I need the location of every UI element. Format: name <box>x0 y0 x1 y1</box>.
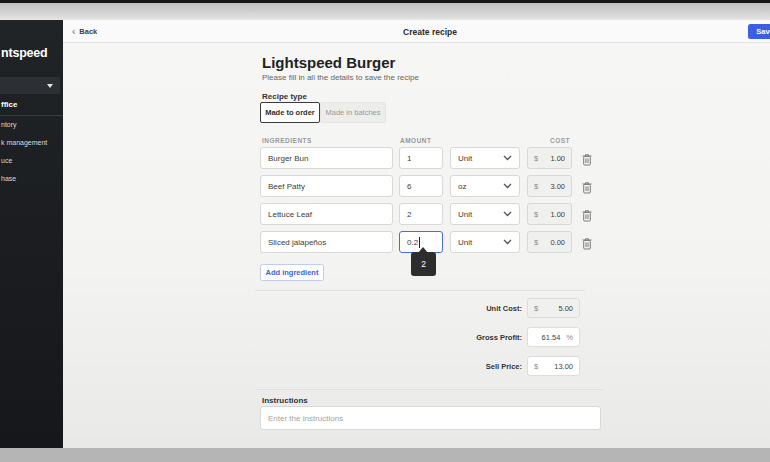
video-bottom-strip <box>0 448 770 462</box>
screen: ntspeed ffice ntory k management uce has… <box>0 0 770 462</box>
main-content: Lightspeed Burger Please fill in all the… <box>63 43 770 448</box>
col-header-amount: AMOUNT <box>400 137 432 144</box>
instructions-input[interactable] <box>268 407 600 429</box>
ingredient-name-input[interactable]: Lettuce Leaf <box>260 203 393 225</box>
text-cursor <box>419 237 420 248</box>
currency-symbol: $ <box>534 154 538 163</box>
unit-select[interactable]: oz <box>450 175 520 197</box>
chevron-left-icon: ‹ <box>72 27 75 37</box>
cost-value: 0.00 <box>550 238 565 247</box>
unit-select[interactable]: Unit <box>450 203 520 225</box>
video-chrome-band <box>0 3 770 20</box>
sidebar-item-purchase[interactable]: hase <box>1 175 16 182</box>
back-button[interactable]: ‹ Back <box>72 25 97 38</box>
unit-value: Unit <box>458 238 472 247</box>
percent-symbol: % <box>566 333 573 342</box>
instructions-input-wrap <box>260 406 601 430</box>
currency-symbol: $ <box>534 238 538 247</box>
toggle-made-in-batches[interactable]: Made in batches <box>320 102 386 123</box>
sidebar-section-back-office[interactable]: ffice <box>1 100 17 109</box>
unit-value: Unit <box>458 210 472 219</box>
sell-price-field[interactable]: $ 13.00 <box>527 356 580 376</box>
section-divider <box>255 290 585 291</box>
trash-icon[interactable] <box>581 236 593 249</box>
save-button[interactable]: Save <box>748 24 770 39</box>
section-divider <box>255 389 603 390</box>
sidebar-item-inventory[interactable]: ntory <box>1 121 17 128</box>
ingredient-name-input[interactable]: Sliced jalapeños <box>260 231 393 253</box>
ingredient-amount-input[interactable]: 1 <box>399 147 443 169</box>
currency-symbol: $ <box>534 210 538 219</box>
recipe-name-title: Lightspeed Burger <box>262 54 395 71</box>
ingredient-name-input[interactable]: Burger Bun <box>260 147 393 169</box>
chevron-down-icon <box>503 155 512 161</box>
sidebar-divider <box>0 115 63 116</box>
instructions-label: Instructions <box>262 396 308 405</box>
col-header-cost: COST <box>540 137 570 144</box>
chevron-down-icon <box>503 239 512 245</box>
ingredient-name-input[interactable]: Beef Patty <box>260 175 393 197</box>
toggle-made-to-order[interactable]: Made to order <box>260 102 320 123</box>
ingredient-amount-input[interactable]: 6 <box>399 175 443 197</box>
gross-profit-value: 61.54 <box>542 333 561 342</box>
cost-field: $ 1.00 <box>527 147 572 169</box>
chevron-down-icon <box>503 183 512 189</box>
location-selector[interactable] <box>0 77 60 94</box>
unit-cost-label: Unit Cost: <box>400 304 522 313</box>
sidebar: ntspeed ffice ntory k management uce has… <box>0 20 63 448</box>
lightspeed-logo: ntspeed <box>1 46 48 60</box>
currency-symbol: $ <box>534 182 538 191</box>
gross-profit-label: Gross Profit: <box>400 333 522 342</box>
cost-field: $ 1.00 <box>527 203 572 225</box>
unit-value: oz <box>458 182 466 191</box>
add-ingredient-button[interactable]: Add ingredient <box>260 264 324 281</box>
unit-cost-field: $ 5.00 <box>527 298 580 318</box>
unit-value: Unit <box>458 154 472 163</box>
chevron-down-icon <box>503 211 512 217</box>
unit-select[interactable]: Unit <box>450 147 520 169</box>
caret-down-icon <box>47 84 53 88</box>
amount-value: 0.2 <box>407 238 418 247</box>
currency-symbol: $ <box>534 362 538 371</box>
page-title: Create recipe <box>360 27 500 37</box>
unit-select[interactable]: Unit <box>450 231 520 253</box>
cost-field: $ 3.00 <box>527 175 572 197</box>
trash-icon[interactable] <box>581 152 593 165</box>
recipe-type-label: Recipe type <box>262 92 307 101</box>
sidebar-item-produce[interactable]: uce <box>1 157 12 164</box>
sell-price-value: 13.00 <box>554 362 573 371</box>
back-label: Back <box>79 27 97 36</box>
cost-value: 1.00 <box>550 210 565 219</box>
cost-value: 3.00 <box>550 182 565 191</box>
col-header-ingredients: INGREDIENTS <box>262 137 312 144</box>
sidebar-item-stock-management[interactable]: k management <box>1 139 47 146</box>
trash-icon[interactable] <box>581 180 593 193</box>
cost-field: $ 0.00 <box>527 231 572 253</box>
currency-symbol: $ <box>534 304 538 313</box>
ingredient-amount-input[interactable]: 2 <box>399 203 443 225</box>
trash-icon[interactable] <box>581 208 593 221</box>
gross-profit-field[interactable]: 61.54 % <box>527 327 580 347</box>
cost-value: 1.00 <box>550 154 565 163</box>
keystroke-overlay: 2 <box>411 252 436 276</box>
unit-cost-value: 5.00 <box>558 304 573 313</box>
header-bar: ‹ Back Create recipe Save <box>63 20 770 43</box>
sell-price-label: Sell Price: <box>400 362 522 371</box>
recipe-subtitle: Please fill in all the details to save t… <box>262 73 419 82</box>
